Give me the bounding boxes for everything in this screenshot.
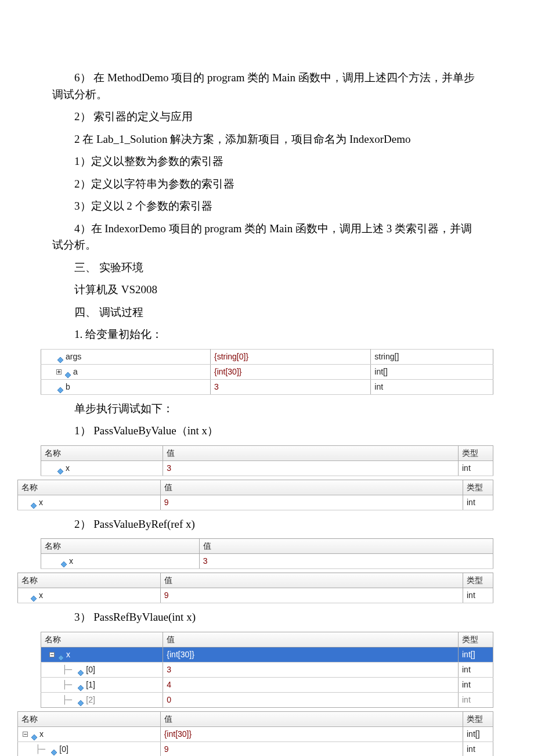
table-row: ├─ [0]3int bbox=[41, 662, 493, 677]
svg-marker-0 bbox=[57, 357, 63, 363]
column-header-value: 值 bbox=[160, 573, 463, 588]
svg-marker-6 bbox=[31, 596, 37, 602]
variable-icon bbox=[78, 667, 84, 673]
cell-value: 3 bbox=[199, 554, 493, 569]
cell-value: {int[30]} bbox=[163, 647, 459, 662]
debug-watch-table-prbv-before: 名称 值 类型 −x{int[30]}int[]├─ [0]3int├─ [1]… bbox=[41, 632, 493, 708]
cell-name: −x bbox=[41, 647, 163, 662]
variable-name: x bbox=[39, 591, 43, 600]
cell-value: {int[30]} bbox=[210, 364, 370, 379]
cell-value: {string[0]} bbox=[210, 349, 370, 364]
variable-icon bbox=[78, 697, 84, 703]
variable-name: [0] bbox=[86, 665, 95, 674]
debug-watch-table-pvbv-after: 名称 值 类型 x9int bbox=[17, 480, 493, 510]
variable-icon bbox=[61, 559, 67, 564]
paragraph: 计算机及 VS2008 bbox=[52, 282, 482, 298]
variable-icon bbox=[31, 732, 37, 737]
table-row: −x{int[30]}int[] bbox=[18, 726, 493, 741]
paragraph: 单步执行调试如下： bbox=[52, 401, 482, 417]
svg-marker-2 bbox=[57, 387, 63, 393]
column-header-name: 名称 bbox=[41, 632, 163, 647]
paragraph: 2） PassValueByRef(ref x) bbox=[52, 516, 482, 533]
debug-watch-table-init: args{string[0]}string[]+a{int[30]}int[]b… bbox=[41, 349, 493, 395]
svg-marker-4 bbox=[31, 503, 37, 509]
expand-icon[interactable]: + bbox=[56, 369, 62, 375]
cell-name: ├─ [0] bbox=[41, 662, 163, 677]
paragraph: 1. 给变量初始化： bbox=[52, 326, 482, 343]
debug-watch-table-pvbv-before: 名称 值 类型 x3int bbox=[41, 445, 493, 476]
paragraph: 四、 调试过程 bbox=[52, 304, 482, 321]
cell-name: x bbox=[18, 495, 161, 510]
cell-type: int bbox=[371, 379, 493, 394]
table-row: x3 bbox=[41, 554, 493, 569]
column-header-name: 名称 bbox=[41, 539, 200, 554]
cell-type: int bbox=[459, 460, 493, 476]
cell-type: int bbox=[463, 588, 493, 603]
column-header-value: 值 bbox=[163, 632, 459, 647]
column-header-type: 类型 bbox=[463, 573, 493, 588]
cell-type: int bbox=[459, 662, 493, 677]
table-row: −x{int[30]}int[] bbox=[41, 647, 493, 662]
column-header-value: 值 bbox=[163, 445, 459, 460]
cell-value: 9 bbox=[160, 741, 463, 756]
cell-name: ├─ [2] bbox=[41, 692, 163, 707]
cell-type: int bbox=[459, 677, 493, 692]
cell-type: int[] bbox=[371, 364, 493, 379]
variable-name: b bbox=[66, 382, 70, 391]
table-row: x9int bbox=[18, 588, 493, 603]
table-row: +a{int[30]}int[] bbox=[41, 364, 493, 379]
debug-watch-table-pvbr-after: 名称 值 类型 x9int bbox=[17, 573, 493, 603]
variable-name: x bbox=[66, 650, 70, 659]
cell-name: ├─ [1] bbox=[41, 677, 163, 692]
cell-name: x bbox=[41, 460, 163, 476]
table-row: x3int bbox=[41, 460, 493, 476]
cell-value: 3 bbox=[163, 662, 459, 677]
paragraph: 1） PassValueByValue（int x） bbox=[52, 423, 482, 440]
debug-watch-table-pvbr-before: 名称 值 x3 bbox=[41, 538, 493, 569]
paragraph: 2 在 Lab_1_Solution 解决方案，添加新项目，项目命名为 Inde… bbox=[52, 131, 482, 148]
paragraph: 三、 实验环境 bbox=[52, 260, 482, 276]
collapse-icon[interactable]: − bbox=[49, 652, 55, 657]
table-row: b3int bbox=[41, 379, 493, 394]
cell-name: b bbox=[41, 379, 211, 394]
svg-marker-1 bbox=[65, 372, 71, 378]
column-header-type: 类型 bbox=[463, 480, 493, 495]
cell-type: int bbox=[459, 692, 493, 707]
svg-marker-8 bbox=[78, 670, 84, 676]
svg-marker-11 bbox=[31, 735, 37, 740]
variable-icon bbox=[57, 466, 63, 471]
cell-name: x bbox=[41, 554, 200, 569]
cell-type: string[] bbox=[371, 349, 493, 364]
collapse-icon[interactable]: − bbox=[23, 732, 28, 737]
cell-type: int[] bbox=[463, 726, 493, 741]
table-row: ├─ [2]0int bbox=[41, 692, 493, 707]
column-header-value: 值 bbox=[199, 539, 493, 554]
variable-name: args bbox=[66, 352, 81, 361]
cell-name: ├─ [0] bbox=[18, 741, 161, 756]
paragraph: 3）定义以 2 个参数的索引器 bbox=[52, 198, 482, 215]
tree-branch-icon: ├─ bbox=[35, 744, 50, 754]
paragraph: 3） PassRefByVlaue(int x) bbox=[52, 609, 482, 626]
column-header-name: 名称 bbox=[18, 711, 161, 726]
cell-name: x bbox=[18, 588, 161, 603]
cell-value: 3 bbox=[163, 460, 459, 476]
cell-value: 4 bbox=[163, 677, 459, 692]
column-header-value: 值 bbox=[160, 711, 463, 726]
cell-value: {int[30]} bbox=[160, 726, 463, 741]
column-header-type: 类型 bbox=[459, 445, 493, 460]
column-header-value: 值 bbox=[160, 480, 463, 495]
cell-value: 3 bbox=[210, 379, 370, 394]
svg-marker-9 bbox=[78, 685, 84, 691]
variable-name: [1] bbox=[86, 680, 95, 689]
table-row: ├─ [1]4int bbox=[41, 677, 493, 692]
cell-value: 9 bbox=[160, 495, 463, 510]
paragraph: 1）定义以整数为参数的索引器 bbox=[52, 153, 482, 170]
table-row: x9int bbox=[18, 495, 493, 510]
variable-icon bbox=[57, 354, 63, 360]
cell-type: int bbox=[463, 495, 493, 510]
variable-icon bbox=[65, 369, 71, 375]
paragraph: 2）定义以字符串为参数的索引器 bbox=[52, 176, 482, 193]
cell-value: 0 bbox=[163, 692, 459, 707]
column-header-type: 类型 bbox=[459, 632, 493, 647]
cell-value: 9 bbox=[160, 588, 463, 603]
